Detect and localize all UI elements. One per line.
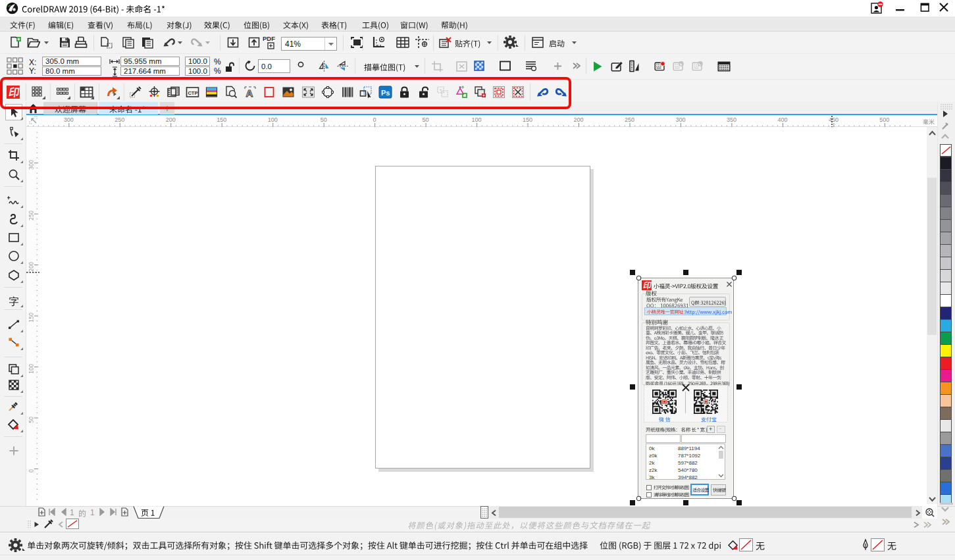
svg-text:PDF: PDF: [263, 35, 275, 42]
